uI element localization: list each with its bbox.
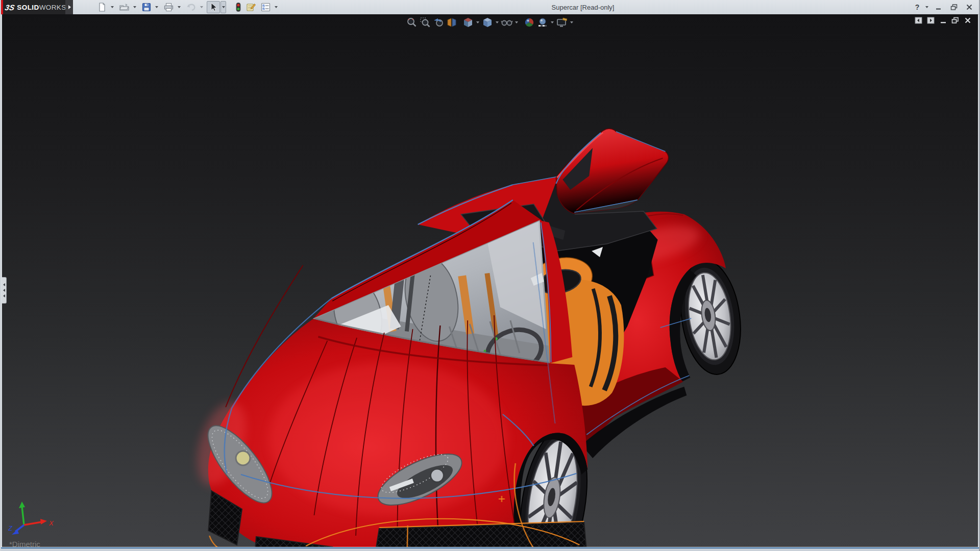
zoom-to-area-icon — [420, 17, 431, 28]
previous-view-button[interactable] — [432, 16, 445, 29]
file-properties-button[interactable] — [244, 1, 258, 13]
new-document-button[interactable] — [95, 1, 109, 13]
save-icon — [141, 2, 152, 12]
caret-down-icon — [155, 6, 158, 8]
apply-scene-dropdown[interactable] — [549, 16, 555, 29]
menu-flyout-arrow[interactable] — [65, 0, 73, 14]
new-document-dropdown[interactable] — [109, 1, 115, 13]
minimize-icon — [936, 4, 942, 10]
document-window-controls — [914, 16, 972, 24]
caret-down-icon — [111, 6, 114, 8]
save-button[interactable] — [140, 1, 153, 13]
caret-down-icon — [496, 21, 499, 23]
car-model[interactable] — [2, 14, 978, 547]
caret-down-icon — [515, 21, 518, 23]
solidworks-logo: 3S SOLIDWORKS — [1, 0, 65, 14]
graphics-area[interactable]: X Z *Dimetric — [2, 14, 978, 547]
open-icon — [119, 2, 130, 12]
open-dropdown[interactable] — [132, 1, 137, 13]
file-properties-icon — [246, 2, 256, 12]
pane-expand-right-icon — [927, 17, 935, 24]
options-button[interactable] — [259, 1, 273, 13]
display-style-icon — [482, 17, 493, 28]
zoom-to-fit-button[interactable] — [405, 16, 419, 29]
doc-minimize-button[interactable] — [939, 16, 947, 24]
edit-appearance-icon — [524, 17, 535, 28]
help-button[interactable]: ? — [913, 2, 922, 13]
close-button[interactable] — [963, 2, 976, 13]
rebuild-button[interactable] — [234, 1, 243, 13]
view-settings-dropdown[interactable] — [569, 16, 575, 29]
previous-view-icon — [433, 17, 444, 28]
chevron-left-icon — [3, 294, 5, 297]
caret-down-icon — [133, 6, 136, 8]
pane-expand-right-button[interactable] — [926, 16, 935, 24]
apply-scene-button[interactable] — [536, 16, 549, 29]
caret-down-icon — [925, 6, 928, 8]
print-button[interactable] — [162, 1, 176, 13]
options-dropdown[interactable] — [273, 1, 279, 13]
flyout-arrow-icon — [68, 5, 71, 9]
save-dropdown[interactable] — [154, 1, 159, 13]
options-icon — [260, 2, 271, 12]
undo-button[interactable] — [184, 1, 198, 13]
solidworks-window: 3S SOLIDWORKS — [0, 0, 980, 551]
new-document-icon — [97, 2, 107, 12]
hide-show-items-button[interactable] — [500, 16, 513, 29]
undo-dropdown[interactable] — [199, 1, 204, 13]
close-icon — [966, 4, 972, 10]
triad-x-arrowhead — [40, 519, 47, 524]
print-dropdown[interactable] — [176, 1, 182, 13]
hide-show-items-icon — [501, 17, 513, 28]
view-orientation-icon — [462, 17, 474, 28]
select-arrow-icon — [208, 2, 218, 12]
view-orientation-label: *Dimetric — [9, 540, 40, 547]
help-dropdown[interactable] — [924, 2, 930, 13]
triad-y-axis — [22, 507, 24, 525]
doc-restore-button[interactable] — [951, 16, 960, 24]
caret-down-icon — [275, 6, 278, 8]
pane-expand-left-icon — [915, 17, 922, 24]
undo-icon — [186, 2, 197, 12]
status-bar — [1, 547, 979, 551]
edit-appearance-button[interactable] — [523, 16, 536, 29]
section-view-button[interactable] — [445, 16, 458, 29]
doc-close-icon — [964, 17, 971, 24]
triad-y-arrowhead — [19, 502, 25, 508]
caret-down-icon — [178, 6, 181, 8]
hide-show-items-dropdown[interactable] — [513, 16, 520, 29]
select-dropdown[interactable] — [220, 1, 226, 13]
select-button[interactable] — [207, 1, 220, 13]
doc-close-button[interactable] — [963, 16, 972, 24]
window-title: Supercar [Read-only] — [552, 0, 615, 14]
caret-down-icon — [200, 6, 203, 8]
open-door[interactable] — [556, 129, 668, 213]
orientation-triad: X Z — [8, 500, 57, 540]
view-settings-button[interactable] — [555, 16, 569, 29]
headsup-toolbar — [405, 16, 575, 29]
brand-name-solid: SOLID — [17, 4, 39, 11]
apply-scene-icon — [537, 17, 548, 28]
panel-splitter-tab[interactable] — [2, 277, 7, 304]
pane-expand-left-button[interactable] — [914, 16, 923, 24]
doc-restore-icon — [951, 17, 959, 24]
triad-x-label: X — [48, 519, 54, 527]
section-view-icon — [446, 17, 457, 28]
view-orientation-dropdown[interactable] — [475, 16, 481, 29]
chevron-left-icon — [3, 289, 5, 292]
view-settings-icon — [556, 17, 568, 28]
display-style-dropdown[interactable] — [494, 16, 500, 29]
print-icon — [163, 2, 174, 12]
display-style-button[interactable] — [481, 16, 494, 29]
chevron-left-icon — [3, 283, 5, 286]
open-button[interactable] — [117, 1, 131, 13]
triad-x-axis — [24, 522, 42, 525]
view-orientation-button[interactable] — [461, 16, 475, 29]
zoom-to-fit-icon — [406, 17, 418, 28]
caret-down-icon — [476, 21, 479, 23]
caret-down-icon — [222, 6, 225, 8]
restore-button[interactable] — [947, 2, 961, 13]
minimize-button[interactable] — [932, 2, 945, 13]
zoom-to-area-button[interactable] — [419, 16, 432, 29]
main-toolbar — [82, 0, 281, 14]
